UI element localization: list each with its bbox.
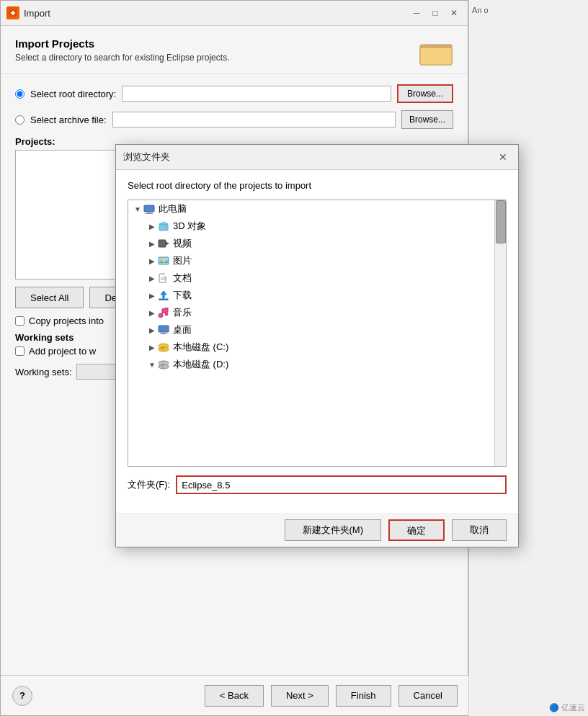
tree-label-drive-c: 本地磁盘 (C:) — [173, 341, 228, 354]
tree-label-document: 文档 — [173, 272, 192, 285]
drive-d-icon: D — [157, 359, 170, 370]
svg-rect-3 — [144, 205, 154, 212]
dialog-body: Select root directory of the projects to… — [116, 170, 518, 513]
expand-image[interactable]: ▶ — [147, 257, 157, 265]
bottom-bar: ? < Back Next > Finish Cancel — [1, 675, 469, 715]
root-directory-input[interactable] — [122, 86, 391, 102]
tree-label-music: 音乐 — [173, 306, 192, 319]
select-archive-radio[interactable] — [15, 115, 24, 125]
browse-dialog: 浏览文件夹 ✕ Select root directory of the pro… — [115, 144, 519, 547]
expand-video[interactable]: ▶ — [147, 240, 157, 248]
import-title: Import Projects — [15, 37, 229, 50]
add-project-checkbox[interactable] — [15, 346, 24, 356]
dialog-cancel-button[interactable]: 取消 — [452, 519, 507, 541]
tree-item-drive-d[interactable]: ▼ D 本地磁盘 (D:) — [143, 356, 506, 373]
close-button[interactable]: ✕ — [446, 5, 462, 21]
expand-drive-d[interactable]: ▼ — [147, 361, 157, 369]
svg-rect-4 — [147, 212, 151, 213]
select-all-button[interactable]: Select All — [15, 287, 84, 308]
archive-browse-button[interactable]: Browse... — [401, 110, 453, 129]
svg-rect-17 — [159, 299, 168, 300]
svg-point-18 — [159, 313, 163, 318]
svg-rect-20 — [159, 326, 169, 332]
window-title: Import — [24, 8, 50, 19]
tree-container[interactable]: ▼ 此电脑 ▶ — [128, 200, 507, 467]
tree-label-image: 图片 — [173, 254, 192, 267]
svg-marker-16 — [161, 291, 166, 298]
svg-rect-6 — [159, 224, 168, 231]
svg-rect-13 — [164, 274, 167, 277]
watermark-text: 亿速云 — [561, 702, 585, 713]
archive-input[interactable] — [112, 112, 396, 127]
select-archive-row: Select archive file: Browse... — [15, 110, 453, 129]
maximize-button[interactable]: □ — [427, 5, 443, 21]
tree-label-3d: 3D 对象 — [173, 220, 206, 233]
svg-rect-22 — [160, 334, 167, 334]
svg-point-11 — [160, 258, 163, 261]
tree-label-video: 视频 — [173, 237, 192, 250]
titlebar-controls: ─ □ ✕ — [409, 5, 462, 21]
copy-projects-checkbox[interactable] — [15, 316, 24, 326]
right-panel-top: An o — [472, 6, 585, 14]
svg-text:D: D — [161, 364, 164, 368]
scrollbar-thumb[interactable] — [496, 200, 506, 243]
expand-3d[interactable]: ▶ — [147, 223, 157, 231]
cancel-button[interactable]: Cancel — [398, 685, 458, 707]
computer-icon — [143, 203, 156, 215]
tree-item-download[interactable]: ▶ 下载 — [143, 287, 506, 304]
document-icon — [157, 272, 170, 284]
back-button[interactable]: < Back — [205, 685, 264, 707]
tree-scrollbar[interactable] — [494, 200, 506, 466]
select-archive-label: Select archive file: — [30, 115, 107, 125]
tree-item-music[interactable]: ▶ 音乐 — [143, 304, 506, 321]
expand-download[interactable]: ▶ — [147, 292, 157, 300]
import-subtitle: Select a directory to search for existin… — [15, 53, 229, 63]
tree-root-item[interactable]: ▼ 此电脑 — [128, 200, 506, 218]
watermark-icon: 🔵 — [549, 703, 559, 712]
root-expand-icon[interactable]: ▼ — [133, 205, 143, 213]
dialog-close-button[interactable]: ✕ — [495, 149, 511, 165]
add-project-label: Add project to w — [29, 346, 96, 357]
expand-drive-c[interactable]: ▶ — [147, 344, 157, 352]
titlebar-left: Import — [6, 6, 50, 19]
dialog-instruction: Select root directory of the projects to… — [128, 180, 507, 191]
select-root-row: Select root directory: Browse... — [15, 84, 453, 103]
music-icon — [157, 307, 170, 318]
video-icon — [157, 238, 170, 249]
finish-button[interactable]: Finish — [336, 685, 391, 707]
select-root-radio[interactable] — [15, 89, 24, 99]
tree-item-drive-c[interactable]: ▶ C 本地磁盘 (C:) — [143, 339, 506, 356]
folder-row: 文件夹(F): — [128, 475, 507, 494]
tree-item-3d[interactable]: ▶ 3D 对象 — [143, 218, 506, 235]
dialog-titlebar: 浏览文件夹 ✕ — [116, 145, 518, 170]
svg-text:C: C — [161, 346, 164, 351]
minimize-button[interactable]: ─ — [409, 5, 424, 21]
select-root-label: Select root directory: — [30, 89, 116, 99]
tree-label-desktop: 桌面 — [173, 323, 192, 336]
folder-input[interactable] — [176, 475, 507, 494]
svg-rect-21 — [161, 332, 166, 334]
ok-button[interactable]: 确定 — [388, 519, 445, 541]
tree-item-image[interactable]: ▶ 图片 — [143, 252, 506, 269]
tree-item-document[interactable]: ▶ 文档 — [143, 269, 506, 287]
tree-label-drive-d: 本地磁盘 (D:) — [173, 358, 228, 371]
new-folder-button[interactable]: 新建文件夹(M) — [285, 519, 382, 541]
3d-icon — [157, 220, 170, 232]
window-titlebar: Import ─ □ ✕ — [1, 1, 468, 26]
tree-label-download: 下载 — [173, 289, 192, 302]
desktop-icon — [157, 324, 170, 336]
svg-rect-2 — [420, 48, 452, 65]
svg-rect-10 — [159, 257, 169, 264]
next-button[interactable]: Next > — [271, 685, 329, 707]
svg-marker-9 — [166, 242, 169, 245]
browse-button[interactable]: Browse... — [397, 84, 453, 103]
help-button[interactable]: ? — [12, 686, 32, 706]
expand-document[interactable]: ▶ — [147, 274, 157, 282]
root-label: 此电脑 — [159, 202, 187, 215]
tree-item-desktop[interactable]: ▶ 桌面 — [143, 321, 506, 339]
expand-desktop[interactable]: ▶ — [147, 326, 157, 334]
expand-music[interactable]: ▶ — [147, 309, 157, 317]
import-header-text: Import Projects Select a directory to se… — [15, 37, 229, 63]
tree-item-video[interactable]: ▶ 视频 — [143, 235, 506, 252]
watermark: 🔵 亿速云 — [549, 702, 585, 713]
